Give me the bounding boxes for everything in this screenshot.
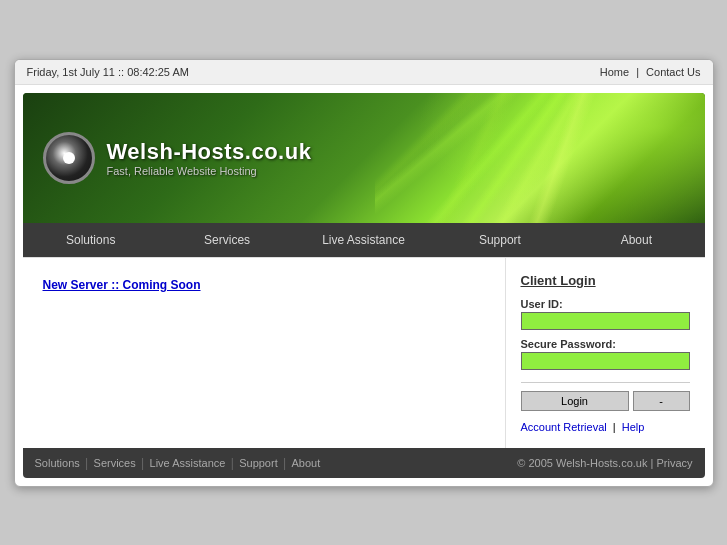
dash-button[interactable]: - <box>633 391 690 411</box>
nav-live-assistance[interactable]: Live Assistance <box>295 223 431 257</box>
footer-about[interactable]: About <box>292 457 321 469</box>
banner-rays <box>375 93 705 223</box>
footer-copyright: © 2005 Welsh-Hosts.co.uk | Privacy <box>517 457 692 469</box>
logo-icon <box>43 132 95 184</box>
new-server-announcement[interactable]: New Server :: Coming Soon <box>43 278 201 292</box>
footer-links: Solutions | Services | Live Assistance |… <box>35 456 321 470</box>
site-name: Welsh-Hosts.co.uk <box>107 139 312 165</box>
form-separator <box>521 382 690 383</box>
top-bar: Friday, 1st July 11 :: 08:42:25 AM Home … <box>15 60 713 85</box>
client-login-title: Client Login <box>521 273 690 288</box>
privacy-link[interactable]: Privacy <box>656 457 692 469</box>
nav-solutions[interactable]: Solutions <box>23 223 159 257</box>
nav-separator: | <box>636 66 639 78</box>
browser-frame: Friday, 1st July 11 :: 08:42:25 AM Home … <box>14 59 714 487</box>
footer-sep4: | <box>280 456 290 470</box>
nav-bar: Solutions Services Live Assistance Suppo… <box>23 223 705 257</box>
links-separator: | <box>613 421 616 433</box>
content-left: New Server :: Coming Soon <box>23 258 505 448</box>
site-tagline: Fast, Reliable Website Hosting <box>107 165 312 177</box>
banner: Welsh-Hosts.co.uk Fast, Reliable Website… <box>23 93 705 223</box>
footer-services[interactable]: Services <box>94 457 136 469</box>
top-nav: Home | Contact Us <box>600 66 701 78</box>
form-buttons: Login - <box>521 391 690 411</box>
nav-about[interactable]: About <box>568 223 704 257</box>
logo-text: Welsh-Hosts.co.uk Fast, Reliable Website… <box>107 139 312 177</box>
userid-input[interactable] <box>521 312 690 330</box>
nav-support[interactable]: Support <box>432 223 568 257</box>
main-content: New Server :: Coming Soon Client Login U… <box>23 257 705 448</box>
password-input[interactable] <box>521 352 690 370</box>
footer: Solutions | Services | Live Assistance |… <box>23 448 705 478</box>
footer-sep2: | <box>138 456 148 470</box>
login-button[interactable]: Login <box>521 391 629 411</box>
banner-logo: Welsh-Hosts.co.uk Fast, Reliable Website… <box>43 132 312 184</box>
account-retrieval-link[interactable]: Account Retrieval <box>521 421 607 433</box>
nav-services[interactable]: Services <box>159 223 295 257</box>
home-link[interactable]: Home <box>600 66 629 78</box>
userid-label: User ID: <box>521 298 690 310</box>
login-panel: Client Login User ID: Secure Password: L… <box>505 258 705 448</box>
copyright-text: © 2005 Welsh-Hosts.co.uk | <box>517 457 653 469</box>
footer-solutions[interactable]: Solutions <box>35 457 80 469</box>
help-link[interactable]: Help <box>622 421 645 433</box>
account-links: Account Retrieval | Help <box>521 421 690 433</box>
datetime: Friday, 1st July 11 :: 08:42:25 AM <box>27 66 189 78</box>
contact-link[interactable]: Contact Us <box>646 66 700 78</box>
footer-support[interactable]: Support <box>239 457 278 469</box>
footer-live-assistance[interactable]: Live Assistance <box>150 457 226 469</box>
password-label: Secure Password: <box>521 338 690 350</box>
footer-sep1: | <box>82 456 92 470</box>
footer-sep3: | <box>227 456 237 470</box>
